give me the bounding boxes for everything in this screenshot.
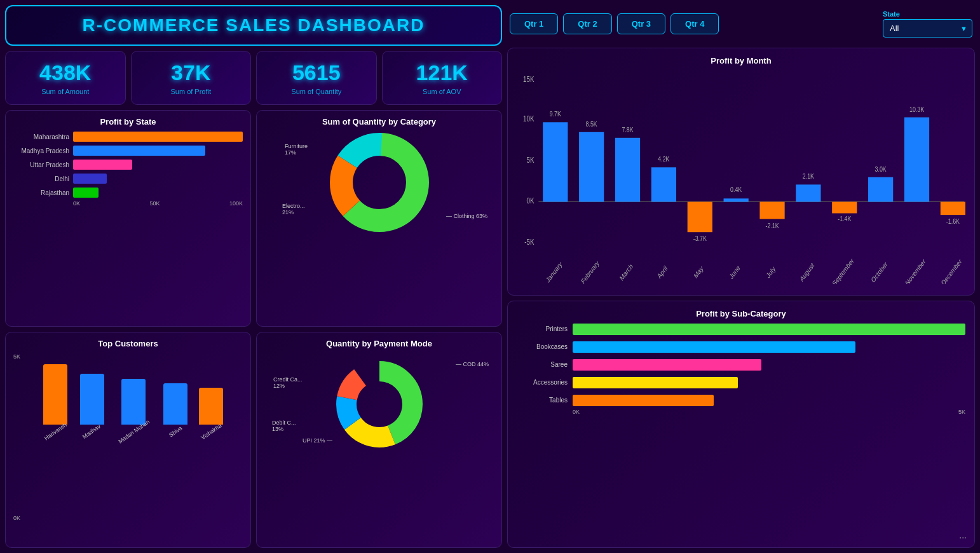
bar-may — [688, 201, 712, 232]
month-chart-container: 15K 10K 5K 0K -5K 9.7K January 8.5K Febr… — [517, 71, 965, 284]
qtr1-button[interactable]: Qtr 1 — [510, 13, 558, 34]
svg-text:15K: 15K — [523, 75, 534, 84]
qtr3-button[interactable]: Qtr 3 — [617, 13, 665, 34]
state-bar-bg-4 — [73, 188, 243, 198]
state-bar-bg-1 — [73, 146, 243, 156]
profit-by-state-title: Profit by State — [13, 117, 243, 126]
top-customers-card: Top Customers 5K 0K Harivansh Madhav Mad… — [5, 332, 251, 549]
bar-oct — [868, 177, 893, 202]
svg-text:4.2K: 4.2K — [658, 155, 669, 163]
cust-name-1: Madhav — [82, 423, 102, 440]
credit-label: Credit Ca...12% — [273, 376, 303, 389]
profit-by-month-card: Profit by Month 15K 10K 5K 0K -5K 9.7K J… — [507, 48, 975, 296]
cust-bar-wrap-1: Madhav — [80, 374, 104, 435]
subcat-row-0: Printers — [517, 324, 965, 335]
clothing-label: — Clothing 63% — [446, 213, 487, 219]
svg-text:2.1K: 2.1K — [803, 172, 814, 180]
y-label-0k: 0K — [13, 515, 20, 521]
state-axis: 0K50K100K — [13, 200, 243, 207]
cust-bar-0 — [43, 364, 67, 425]
qty-payment-donut: — COD 44% Credit Ca...12% Debit C...13% … — [264, 353, 494, 455]
bar-sep — [832, 201, 857, 213]
kpi-label-0: Sum of Amount — [41, 88, 89, 95]
cod-label: — COD 44% — [456, 361, 489, 367]
svg-text:9.7K: 9.7K — [550, 110, 561, 118]
cust-bar-3 — [163, 383, 187, 425]
top-cust-bars: Harivansh Madhav Madan Mohan Shiva Visha… — [23, 358, 243, 435]
svg-text:January: January — [545, 260, 563, 284]
cust-bar-wrap-4: Vishakha — [199, 388, 223, 435]
cust-bar-4 — [199, 388, 223, 425]
bar-dec — [941, 201, 965, 215]
svg-text:August: August — [799, 261, 815, 283]
qtr4-button[interactable]: Qtr 4 — [670, 13, 719, 34]
svg-text:October: October — [870, 260, 888, 284]
subcat-bar-fill-3 — [573, 377, 738, 388]
svg-text:March: March — [618, 262, 634, 282]
state-axis-label: 100K — [229, 200, 243, 207]
bar-jan — [543, 122, 568, 201]
cust-bar-wrap-2: Madan Mohan — [116, 379, 153, 435]
cust-bar-wrap-3: Shiva — [163, 383, 187, 435]
state-bar-bg-2 — [73, 160, 243, 170]
svg-text:10K: 10K — [523, 114, 534, 123]
subcat-bar-bg-3 — [573, 377, 965, 388]
subcategory-chart: Printers Bookcases Saree Accessories Tab… — [517, 324, 965, 406]
charts-grid: Profit by State Maharashtra Madhya Prade… — [5, 110, 502, 548]
bar-mar — [615, 138, 640, 202]
furniture-label: Furniture17% — [285, 143, 308, 156]
svg-text:5K: 5K — [526, 155, 534, 164]
profit-by-state-card: Profit by State Maharashtra Madhya Prade… — [5, 110, 251, 327]
bar-feb — [579, 132, 604, 202]
kpi-value-2: 5615 — [292, 60, 341, 85]
svg-text:June: June — [728, 264, 741, 281]
dashboard: R-COMMERCE SALES DASHBOARD 438K Sum of A… — [0, 0, 980, 553]
svg-text:April: April — [657, 264, 669, 280]
kpi-card-3: 121K Sum of AOV — [382, 51, 503, 105]
subcat-bar-bg-0 — [573, 324, 965, 335]
more-options[interactable]: ··· — [959, 532, 967, 542]
subcat-row-1: Bookcases — [517, 341, 965, 353]
state-bar-row-1: Madhya Pradesh — [13, 146, 243, 156]
right-panel: Qtr 1 Qtr 2 Qtr 3 Qtr 4 State All Mahara… — [507, 5, 975, 548]
state-bar-row-0: Maharashtra — [13, 132, 243, 142]
y-label-5k: 5K — [13, 353, 20, 360]
svg-text:September: September — [831, 256, 855, 283]
state-dropdown-label: State — [883, 10, 972, 18]
top-bar: Qtr 1 Qtr 2 Qtr 3 Qtr 4 State All Mahara… — [507, 5, 975, 43]
subcat-bar-fill-4 — [573, 395, 714, 406]
cust-bar-2 — [121, 379, 146, 425]
svg-text:8.5K: 8.5K — [586, 120, 597, 128]
kpi-label-1: Sum of Profit — [170, 88, 211, 95]
state-bar-fill-2 — [73, 160, 132, 170]
subcat-bar-bg-2 — [573, 359, 965, 371]
svg-text:0.4K: 0.4K — [730, 186, 742, 193]
svg-text:May: May — [693, 264, 705, 280]
state-axis-label: 0K — [73, 200, 80, 207]
state-bar-row-3: Delhi — [13, 174, 243, 184]
subcat-label-2: Saree — [517, 361, 568, 368]
svg-text:-2.1K: -2.1K — [765, 222, 779, 229]
state-bar-label-2: Uttar Pradesh — [13, 161, 69, 168]
subcat-label-1: Bookcases — [517, 343, 568, 350]
qty-donut: Furniture17% Electro...21% — Clothing 63… — [264, 132, 494, 233]
state-bar-fill-4 — [73, 188, 99, 198]
state-select[interactable]: All Maharashtra Madhya Pradesh Uttar Pra… — [883, 19, 972, 38]
state-bar-label-1: Madhya Pradesh — [13, 147, 69, 154]
profit-subcategory-title: Profit by Sub-Category — [517, 309, 965, 318]
cust-bar-wrap-0: Harivansh — [43, 364, 69, 435]
kpi-value-0: 438K — [39, 60, 91, 85]
state-bar-label-3: Delhi — [13, 175, 69, 182]
svg-text:December: December — [941, 257, 963, 283]
state-bar-fill-1 — [73, 146, 205, 156]
qtr2-button[interactable]: Qtr 2 — [563, 13, 611, 34]
kpi-label-3: Sum of AOV — [423, 88, 461, 95]
subcat-axis-label: 0K — [573, 409, 580, 415]
subcat-bar-bg-4 — [573, 395, 965, 406]
bar-jul — [759, 201, 784, 219]
profit-by-month-title: Profit by Month — [517, 56, 965, 65]
qty-donut-svg — [322, 125, 437, 240]
state-select-wrapper: All Maharashtra Madhya Pradesh Uttar Pra… — [883, 19, 972, 38]
kpi-value-3: 121K — [416, 60, 468, 85]
left-panel: R-COMMERCE SALES DASHBOARD 438K Sum of A… — [5, 5, 507, 548]
